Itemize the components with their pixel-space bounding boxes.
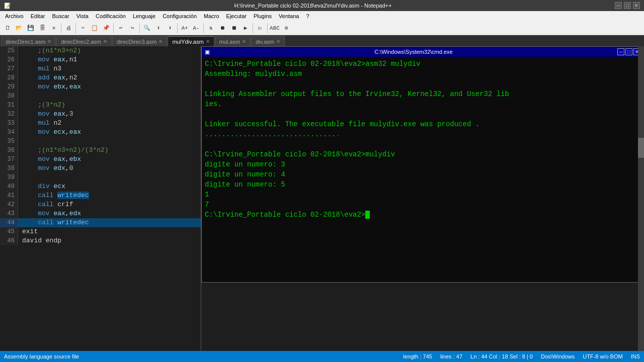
zoom-in-button[interactable]: A+: [179, 23, 190, 34]
undo-button[interactable]: ↩: [115, 23, 126, 34]
menu-bar: Archivo Editar Buscar Vista Codificación…: [0, 11, 644, 21]
cut-button[interactable]: ✂: [77, 23, 89, 34]
sync-scroll-button[interactable]: ⇅: [205, 23, 216, 34]
menu-ejecutar[interactable]: Ejecutar: [223, 13, 250, 20]
code-line-45: 45 exit: [0, 227, 201, 236]
menu-macro[interactable]: Macro: [201, 13, 222, 20]
tabs-bar: direcDirec1.asm ✕ direcDirec2.asm ✕ dire…: [0, 35, 644, 46]
code-line-34: 34 mov ecx,eax: [0, 128, 201, 137]
print-button[interactable]: 🖨: [63, 23, 74, 34]
tab-close-direcdirec3[interactable]: ✕: [158, 39, 163, 44]
status-ins: INS: [631, 353, 640, 359]
menu-plugins[interactable]: Plugins: [251, 13, 275, 20]
tab-close-mul[interactable]: ✕: [242, 39, 246, 44]
cmd-minimize-button[interactable]: ─: [617, 48, 624, 55]
cmd-line-5: ies.: [205, 99, 640, 109]
maximize-button[interactable]: □: [624, 2, 631, 9]
code-line-36: 36 ;(n1*n3+n2)/(3*n2): [0, 146, 201, 155]
close-button2[interactable]: ✕: [48, 23, 59, 34]
code-line-33: 33 mul n2: [0, 119, 201, 128]
close-button[interactable]: ✕: [633, 2, 640, 9]
tab-label: mulYdiv.asm: [172, 39, 203, 45]
menu-ventana[interactable]: Ventana: [276, 13, 302, 20]
cmd-maximize-button[interactable]: □: [625, 48, 632, 55]
cmd-line-11: digite un numero: 3: [205, 159, 640, 169]
tab-close-direcdirec1[interactable]: ✕: [47, 39, 51, 44]
save-all-button[interactable]: 🗄: [37, 23, 48, 34]
tab-close-direcdirec2[interactable]: ✕: [103, 39, 107, 44]
tab-label: direcDirec3.asm: [117, 39, 156, 45]
status-right: length : 745 lines : 47 Ln : 44 Col : 18…: [403, 353, 640, 359]
menu-vista[interactable]: Vista: [73, 13, 92, 20]
spell-check-button[interactable]: ABC: [269, 23, 280, 34]
code-line-37: 37 mov eax,ebx: [0, 155, 201, 164]
code-line-30: 30: [0, 92, 201, 101]
sep1: [61, 23, 61, 33]
cmd-body[interactable]: C:\Irvine_Portable ciclo 02-2018\eva2>as…: [202, 57, 643, 282]
tab-direcdirec1[interactable]: direcDirec1.asm ✕: [1, 36, 56, 46]
menu-editar[interactable]: Editar: [28, 13, 48, 20]
open-button[interactable]: 📂: [14, 23, 25, 34]
cmd-line-14: 1: [205, 190, 640, 200]
sep7: [253, 23, 253, 33]
tab-close-div[interactable]: ✕: [276, 39, 280, 44]
macro-play-button[interactable]: ▶: [240, 23, 251, 34]
code-line-38: 38 mov edx,0: [0, 164, 201, 173]
code-line-31: 31 ;(3*n2): [0, 101, 201, 110]
menu-lenguaje[interactable]: Lenguaje: [130, 13, 158, 20]
cmd-title-controls: ─ □ ✕: [617, 48, 640, 55]
cmd-window[interactable]: ▣ C:\Windows\System32\cmd.exe ─ □ ✕ C:\I…: [201, 46, 644, 283]
main-scrollbar[interactable]: [638, 46, 644, 351]
code-line-42: 42 call crlf: [0, 200, 201, 209]
redo-button[interactable]: ↪: [127, 23, 138, 34]
tab-direcdirec3[interactable]: direcDirec3.asm ✕: [112, 36, 167, 46]
cmd-line-8: ................................: [205, 129, 640, 139]
tab-label: mul.asm: [219, 39, 240, 45]
macro-stop-button[interactable]: ⏹: [228, 23, 239, 34]
tab-label: div.asm: [256, 39, 274, 45]
code-line-35: 35: [0, 137, 201, 146]
status-line-ending: Dos\Windows: [541, 353, 575, 359]
code-line-29: 29 mov ebx,eax: [0, 82, 201, 92]
status-length: length : 745: [403, 353, 432, 359]
title-bar-controls: ─ □ ✕: [615, 2, 640, 9]
status-file-type: Assembly language source file: [4, 353, 79, 359]
zoom-out-button[interactable]: A-: [191, 23, 202, 34]
tab-close-mulydiv[interactable]: ✕: [206, 39, 210, 44]
menu-configuracion[interactable]: Configuración: [159, 13, 200, 20]
scroll-thumb[interactable]: [638, 138, 644, 158]
macro-record-button[interactable]: ⏺: [217, 23, 228, 34]
find-button[interactable]: 🔍: [141, 23, 152, 34]
paste-button[interactable]: 📌: [101, 23, 112, 34]
menu-buscar[interactable]: Buscar: [49, 13, 72, 20]
run-button[interactable]: ▷: [255, 23, 266, 34]
cmd-line-13: digite un numero: 5: [205, 179, 640, 190]
cmd-title: C:\Windows\System32\cmd.exe: [374, 49, 452, 55]
find-next-button[interactable]: ⬇: [153, 23, 164, 34]
cmd-line-7: Linker successful. The executable file m…: [205, 119, 640, 129]
settings-button[interactable]: ⚙: [281, 23, 292, 34]
cmd-line-15: 7: [205, 200, 640, 210]
new-button[interactable]: 🗋: [2, 23, 13, 34]
menu-help[interactable]: ?: [303, 13, 312, 20]
code-editor[interactable]: 25 ;(n1*n3+n2) 26 mov eax,n1 27 mul n3 2…: [0, 46, 201, 351]
cmd-line-2: Assembling: mulydiv.asm: [205, 69, 640, 79]
tab-mulydiv[interactable]: mulYdiv.asm ✕: [168, 36, 214, 46]
code-line-25: 25 ;(n1*n3+n2): [0, 46, 201, 55]
menu-archivo[interactable]: Archivo: [2, 13, 27, 20]
sep8: [267, 23, 268, 33]
minimize-button[interactable]: ─: [615, 2, 622, 9]
status-bar: Assembly language source file length : 7…: [0, 351, 644, 362]
code-line-40: 40 div ecx: [0, 182, 201, 191]
save-button[interactable]: 💾: [25, 23, 36, 34]
tab-div[interactable]: div.asm ✕: [251, 36, 285, 46]
copy-button[interactable]: 📋: [89, 23, 100, 34]
code-line-32: 32 mov eax,3: [0, 110, 201, 119]
tab-mul[interactable]: mul.asm ✕: [215, 36, 251, 46]
cmd-icon: ▣: [205, 49, 210, 55]
find-prev-button[interactable]: ⬆: [165, 23, 176, 34]
tab-direcdirec2[interactable]: direcDirec2.asm ✕: [56, 36, 111, 46]
title-bar-icon: 📝: [4, 3, 11, 9]
menu-codificacion[interactable]: Codificación: [93, 13, 129, 20]
cmd-line-1: C:\Irvine_Portable ciclo 02-2018\eva2>as…: [205, 59, 640, 69]
